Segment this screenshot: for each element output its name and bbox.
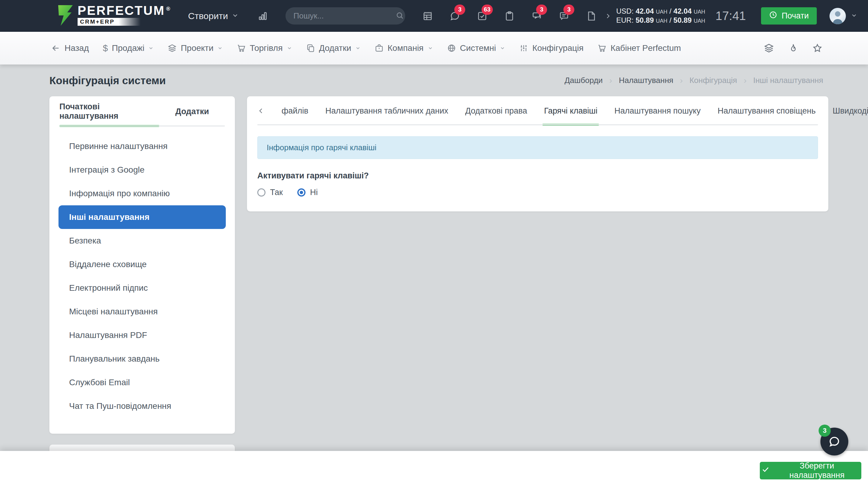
page-title: Конфігурація системи xyxy=(50,74,166,87)
currency-rates: USD: 42.04 UAH / 42.04 UAH EUR: 50.89 UA… xyxy=(616,7,705,25)
logo-icon xyxy=(56,4,74,28)
menu-item-configuration[interactable]: Конфігурація xyxy=(519,43,583,53)
cart-icon xyxy=(597,43,607,53)
comments-icon[interactable]: 3 xyxy=(559,10,569,22)
sidebar-item-remote-storage[interactable]: Віддалене сховище xyxy=(50,253,235,276)
settings-sidebar: Початкові налаштування Додатки Первинне … xyxy=(50,96,235,434)
radio-circle-icon xyxy=(257,188,266,197)
tab-notification-settings[interactable]: Налаштування сповіщень xyxy=(718,96,816,125)
avatar xyxy=(830,8,846,24)
sidebar-item-chat-push[interactable]: Чат та Пуш-повідомлення xyxy=(50,394,235,418)
chevron-down-icon xyxy=(148,45,154,51)
menu-item-company[interactable]: Компанія xyxy=(375,43,433,53)
chevron-down-icon xyxy=(287,45,292,51)
sliders-icon xyxy=(519,43,528,53)
tasks-badge: 63 xyxy=(482,4,493,15)
user-menu[interactable] xyxy=(830,8,858,24)
sidebar-item-google-integration[interactable]: Інтеграція з Google xyxy=(50,158,235,182)
sidebar-item-local-settings[interactable]: Місцеві налаштування xyxy=(50,300,235,323)
breadcrumb-separator: › xyxy=(680,76,683,86)
menu-item-cabinet[interactable]: Кабінет Perfectum xyxy=(597,43,681,53)
footer-bar: Зберегти налаштування xyxy=(0,451,868,490)
tab-track xyxy=(59,125,225,127)
tabs-scroll-left-icon[interactable] xyxy=(257,107,265,115)
tab-hotkeys[interactable]: Гарячі клавіші xyxy=(544,96,597,125)
logo-subtitle: CRM+ERP xyxy=(78,18,141,26)
chevron-down-icon xyxy=(851,12,858,20)
sidebar-item-task-scheduler[interactable]: Планувальник завдань xyxy=(50,347,235,371)
logo-name: PERFECTUM® xyxy=(78,4,171,17)
main-menu: Назад $ Продажі Проекти Торгівля xyxy=(0,32,868,65)
dialogs-badge: 3 xyxy=(536,4,547,15)
chevron-down-icon xyxy=(500,45,505,51)
save-settings-button[interactable]: Зберегти налаштування xyxy=(760,462,861,480)
page-head: Конфігурація системи Дашборди › Налаштув… xyxy=(0,65,868,96)
comments-badge: 3 xyxy=(563,4,574,15)
breadcrumb-configuration[interactable]: Конфігурація xyxy=(689,76,737,85)
tab-track xyxy=(257,124,818,125)
document-icon[interactable] xyxy=(586,10,597,22)
star-icon[interactable] xyxy=(812,43,823,53)
tab-addons[interactable]: Додатки xyxy=(159,96,225,127)
start-timer-button[interactable]: Почати xyxy=(761,7,817,25)
sidebar-item-security[interactable]: Безпека xyxy=(50,229,235,253)
layers-icon[interactable] xyxy=(764,43,774,53)
copy-icon xyxy=(306,43,315,53)
chat-icon[interactable]: 3 xyxy=(450,10,460,22)
create-button[interactable]: Створити xyxy=(188,11,239,21)
support-chat-button[interactable]: 3 xyxy=(820,428,848,455)
radio-circle-icon xyxy=(297,188,306,197)
flame-icon[interactable] xyxy=(788,43,798,53)
menu-item-trade[interactable]: Торгівля xyxy=(237,43,292,53)
search-icon[interactable] xyxy=(396,11,404,21)
chevron-down-icon xyxy=(428,45,433,51)
sidebar-tabs: Початкові налаштування Додатки xyxy=(59,96,225,127)
globe-icon xyxy=(447,43,456,53)
sidebar-item-service-email[interactable]: Службові Email xyxy=(50,371,235,394)
tab-table-data-settings[interactable]: Налаштування табличних даних xyxy=(325,96,448,125)
registered-mark: ® xyxy=(166,3,171,17)
sidebar-item-digital-signature[interactable]: Електронний підпис xyxy=(50,276,235,300)
hotkeys-radio-group: Так Ні xyxy=(257,188,818,197)
arrow-left-icon xyxy=(51,43,61,53)
radio-no[interactable]: Ні xyxy=(297,188,318,197)
chevron-down-icon xyxy=(231,11,239,21)
briefcase-icon xyxy=(375,43,384,53)
currency-eur: EUR: 50.89 UAH / 50.89 UAH xyxy=(616,16,705,25)
tasks-icon[interactable]: 63 xyxy=(477,10,488,22)
menu-item-sales[interactable]: $ Продажі xyxy=(103,43,154,53)
chevron-down-icon xyxy=(355,45,361,51)
tab-files[interactable]: файлів xyxy=(282,96,308,125)
dialogs-icon[interactable]: 3 xyxy=(531,10,542,22)
hotkeys-info-alert: Інформація про гарячі клавіші xyxy=(257,136,818,159)
stats-icon[interactable] xyxy=(258,11,268,21)
tab-additional-rights[interactable]: Додаткові права xyxy=(465,96,527,125)
tab-search-settings[interactable]: Налаштування пошуку xyxy=(614,96,701,125)
clock-time: 17:41 xyxy=(716,9,746,23)
app: PERFECTUM® CRM+ERP Створити xyxy=(0,0,868,490)
support-chat-badge: 3 xyxy=(818,425,831,437)
back-button[interactable]: Назад xyxy=(51,43,89,53)
sidebar-item-primary-setup[interactable]: Первинне налаштування xyxy=(50,134,235,158)
start-label: Почати xyxy=(782,11,809,21)
settings-content: файлів Налаштування табличних даних Дода… xyxy=(247,96,828,211)
content-tabs: файлів Налаштування табличних даних Дода… xyxy=(257,96,818,125)
menu-item-addons[interactable]: Додатки xyxy=(306,43,361,53)
breadcrumb-settings[interactable]: Налаштування xyxy=(619,76,674,85)
logo-wordmark: PERFECTUM® CRM+ERP xyxy=(78,4,171,26)
calendar-icon[interactable] xyxy=(422,10,433,22)
sidebar-item-company-info[interactable]: Інформація про компанію xyxy=(50,182,235,205)
tab-performance[interactable]: Швидкодія xyxy=(833,96,868,125)
dollar-icon: $ xyxy=(103,43,108,53)
breadcrumb-dashboards[interactable]: Дашборди xyxy=(565,76,603,85)
sidebar-item-other-settings[interactable]: Інші налаштування xyxy=(59,205,226,229)
sidebar-item-pdf-settings[interactable]: Налаштування PDF xyxy=(50,323,235,347)
radio-yes[interactable]: Так xyxy=(257,188,283,197)
menu-item-projects[interactable]: Проекти xyxy=(167,43,223,53)
search-input[interactable] xyxy=(293,11,396,21)
tab-initial-settings[interactable]: Початкові налаштування xyxy=(59,96,159,127)
chevron-right-icon[interactable] xyxy=(604,13,611,20)
menu-item-system[interactable]: Системні xyxy=(447,43,505,53)
clipboard-icon[interactable] xyxy=(504,10,515,22)
logo[interactable]: PERFECTUM® CRM+ERP xyxy=(56,4,171,28)
